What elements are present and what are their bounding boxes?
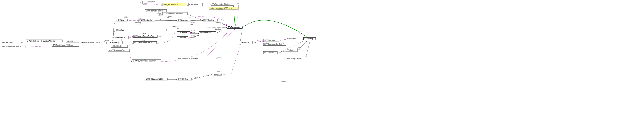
node-SFXGrid[interactable]: SFXGrid [117, 19, 128, 21]
label-real: _real [190, 23, 193, 25]
node-SFYRendererContextRec[interactable]: SFYRenderer::ContextRec [162, 12, 188, 15]
label-size: _size [124, 27, 128, 29]
node-SFAClusterHeapAlloc[interactable]: SFAClusterHeap< Alloc > [1, 45, 25, 48]
label-timer-key2: _key [297, 49, 300, 50]
node-SFXArraySFYResponderPtr[interactable]: SFXArray< SFYResponderPtr > [132, 59, 161, 62]
label-sdip: _sdip [138, 17, 141, 19]
node-SFYHandler[interactable]: SFYHandler [177, 31, 190, 34]
label-background: _background [213, 75, 222, 76]
node-static-exception-T[interactable]: static_exception< T > [162, 3, 185, 6]
node-T[interactable]: T [139, 1, 142, 4]
label-node2: _node [141, 59, 146, 61]
node-SFYTracer[interactable]: SFYTracer [177, 36, 188, 39]
label-dcontext: _dcontext [216, 57, 222, 59]
label-renderer: _renderer [214, 21, 221, 23]
node-SFYContainer[interactable]: SFYContainer [263, 39, 279, 42]
node-SFXRGBColor[interactable]: SFXRGBColor [177, 78, 192, 80]
node-SFZDialogKeyRec[interactable]: SFZDialog::KeyRec [286, 57, 306, 60]
label-global: _global [167, 16, 172, 18]
svg-line-7 [127, 43, 133, 47]
svg-line-28 [231, 47, 240, 75]
svg-line-29 [252, 41, 263, 43]
label-render-update: render [157, 12, 162, 14]
label-child: _child [216, 71, 220, 72]
node-SFYResponderFlagRec[interactable]: SFYResponder::FlagRec [211, 3, 233, 6]
label-rcontext: _rcontext [217, 8, 223, 10]
diagram-svg [0, 0, 644, 117]
label-key1: _key [256, 39, 260, 41]
svg-line-31 [279, 39, 286, 41]
svg-line-24 [240, 28, 242, 43]
node-SFYDistributerContextRec[interactable]: SFYDistributer::ContextRec [177, 57, 203, 60]
node-NodeRecPtr[interactable]: < NodeRecPtr > [111, 45, 128, 48]
node-SFAClusterHeapT[interactable]: SFAClusterHeap< T, Alloc > [52, 44, 79, 47]
node-SFXTimer[interactable]: SFXTimer [286, 49, 298, 52]
label-color2: _color [238, 44, 242, 45]
label-translate: _translate [134, 21, 141, 23]
label-key2: _key [281, 42, 284, 44]
node-SFXGraphicsFontRec[interactable]: SFXGraphics::FontRec [145, 9, 167, 12]
label-vtranslate: _vtranslate [134, 23, 142, 25]
label-timer-key: _timer [297, 47, 301, 49]
label-node1: _node [141, 40, 146, 42]
svg-line-2 [25, 46, 52, 47]
label-origin1: _origin [142, 4, 147, 5]
label-color1: _color [194, 77, 198, 79]
node-SFCError[interactable]: < SFCError > [188, 3, 202, 6]
node-SFYDistributer[interactable]: SFYDistributer [199, 31, 216, 34]
label-buffer: _buffer [104, 40, 109, 42]
node-static-exception-SFCError[interactable]: static_exception< SFCError > [209, 7, 238, 10]
label-distributer: _distributer [214, 28, 222, 30]
node-SFXRectangle[interactable]: SFXRectangle [140, 19, 155, 21]
label-flag: _flag [236, 2, 239, 4]
label-render-update2: _update [157, 14, 163, 16]
node-SFYResponder[interactable]: SFYResponder [227, 26, 242, 29]
svg-line-13 [202, 5, 211, 5]
node-SFXClusterHeapUInt32[interactable]: SFXClusterHeap< UInt32 > [80, 41, 106, 44]
label-exception: _exception [148, 1, 155, 2]
node-SFXGraphics[interactable]: SFXGraphics [177, 19, 191, 21]
node-SFZDialog[interactable]: SFZDialog [303, 37, 316, 40]
label-virtual: _virtual [190, 21, 194, 23]
label-uclip: _uclip [138, 19, 142, 21]
node-SFZWindow[interactable]: SFZWindow [286, 37, 299, 40]
node-SFXCallback[interactable]: SFXCallback [263, 51, 278, 54]
node-SFXRGBColorRGBRec[interactable]: SFXRGBColor::RGBRec [145, 78, 168, 80]
node-SFXSize[interactable]: SFXSize [116, 29, 126, 31]
node-SFAHeap[interactable]: SFAHeap< Alloc > [1, 41, 21, 44]
svg-line-35 [306, 41, 310, 57]
node-SFAArray[interactable]: SFAArray [111, 41, 122, 44]
node-UInt32[interactable]: < UInt32 > [66, 40, 79, 43]
node-SFXArrayCacheRecPtr[interactable]: SFXArray< CacheRecPtr > [133, 35, 158, 38]
label-graphics: _graphics [190, 19, 196, 21]
label-cache: _cache [141, 33, 146, 34]
svg-line-0 [21, 42, 26, 43]
label-tracer1: _tracer [190, 34, 195, 36]
label-callback: _callback [280, 51, 287, 53]
label-handler1: _handler [190, 30, 196, 32]
node-CacheRecPtr[interactable]: < CacheRecPtr > [111, 36, 128, 39]
svg-line-8 [128, 51, 132, 62]
label-origin2: _origin [123, 16, 128, 18]
label-callback2: callback [281, 81, 286, 83]
label-tracer2: _tracer [190, 36, 195, 38]
node-SFYRenderer[interactable]: SFYRenderer [203, 19, 218, 21]
node-SFXArrayNodeRecPtr[interactable]: SFXArray< NodeRecPtr > [133, 41, 157, 44]
node-SFAClusterHeapDebug[interactable]: SFAClusterHeap< SFDDebugAllocator > [26, 40, 62, 42]
label-handler2: _handler [190, 32, 196, 34]
label-font: _font [158, 9, 161, 10]
node-SFYResponderPtr[interactable]: < SFYResponderPtr > [108, 49, 130, 52]
